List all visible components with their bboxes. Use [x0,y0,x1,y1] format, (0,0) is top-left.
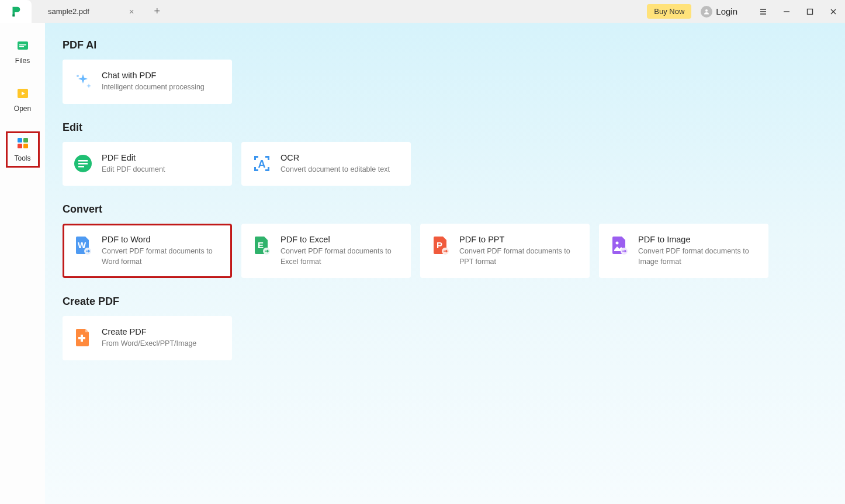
login-button[interactable]: Login [697,6,741,18]
sidebar-item-files[interactable]: Files [6,36,40,67]
section-title: Edit [63,121,827,134]
section-convert: Convert W PDF to Word Convert PDF format… [63,203,827,278]
svg-rect-14 [78,160,88,162]
svg-rect-9 [23,138,28,142]
avatar-icon [701,6,712,18]
svg-rect-11 [23,144,28,148]
pdf-edit-icon [72,153,93,174]
tab-sample2[interactable]: sample2.pdf × [32,0,145,23]
sidebar-item-open[interactable]: Open [6,84,40,115]
sidebar-label: Tools [14,154,30,162]
card-title: PDF Edit [102,153,165,162]
sidebar: Files Open Tools [0,23,45,504]
card-pdf-to-image[interactable]: PDF to Image Convert PDF format document… [599,224,768,278]
card-pdf-to-word[interactable]: W PDF to Word Convert PDF format documen… [63,224,232,278]
svg-point-12 [77,75,79,77]
card-title: PDF to Excel [280,235,401,244]
card-title: Create PDF [102,327,196,336]
sparkle-icon [72,71,93,92]
tools-icon [15,135,30,151]
excel-icon: E [251,235,272,256]
card-title: Chat with PDF [102,71,205,80]
section-title: PDF AI [63,39,827,51]
svg-point-24 [616,242,619,245]
titlebar-right: Buy Now Login [647,0,845,23]
window-controls [752,0,845,23]
close-button[interactable] [822,0,845,23]
ppt-icon: P [430,235,451,256]
svg-rect-4 [19,44,26,46]
tab-close-icon[interactable]: × [127,6,137,16]
svg-rect-8 [18,138,22,142]
tab-label: sample2.pdf [48,7,89,16]
card-title: OCR [280,153,390,162]
section-pdf-ai: PDF AI Chat with PDF Intelligent documen… [63,39,827,104]
svg-rect-10 [18,144,22,148]
svg-rect-16 [78,166,84,168]
card-desc: Convert PDF format documents to Image fo… [638,246,759,267]
buy-now-button[interactable]: Buy Now [647,4,691,19]
svg-rect-3 [18,41,28,50]
card-desc: Edit PDF document [102,165,165,175]
section-create-pdf: Create PDF Create PDF From Word/Execl/PP… [63,296,827,360]
svg-text:E: E [258,240,264,250]
svg-rect-2 [808,9,813,14]
card-pdf-edit[interactable]: PDF Edit Edit PDF document [63,142,232,186]
app-logo [0,0,32,23]
card-desc: Convert PDF format documents to Excel fo… [280,246,401,267]
sidebar-label: Files [15,57,30,65]
card-desc: Convert PDF format documents to Word for… [102,246,222,267]
create-pdf-icon [72,327,93,348]
svg-rect-5 [19,46,24,47]
card-title: PDF to PPT [459,235,580,244]
svg-rect-27 [78,337,85,339]
card-desc: Convert document to editable text [280,165,390,175]
card-ocr[interactable]: A OCR Convert document to editable text [241,142,411,186]
tab-add-button[interactable]: + [145,5,170,18]
section-edit: Edit PDF Edit Edit PDF document A [63,121,827,186]
card-create-pdf[interactable]: Create PDF From Word/Execl/PPT/Image [63,316,232,360]
svg-text:W: W [78,240,86,250]
card-title: PDF to Word [102,235,222,244]
svg-rect-15 [78,163,88,165]
main-content: PDF AI Chat with PDF Intelligent documen… [45,23,845,504]
section-title: Convert [63,203,827,215]
maximize-button[interactable] [798,0,822,23]
section-title: Create PDF [63,296,827,308]
svg-rect-0 [13,14,15,16]
minimize-button[interactable] [775,0,798,23]
card-title: PDF to Image [638,235,759,244]
card-pdf-to-excel[interactable]: E PDF to Excel Convert PDF format docume… [241,224,411,278]
login-label: Login [716,6,737,16]
files-icon [15,38,30,53]
ocr-icon: A [251,153,272,174]
svg-text:A: A [258,158,266,170]
svg-text:P: P [437,240,442,250]
titlebar: sample2.pdf × + Buy Now Login [0,0,845,23]
card-desc: Intelligent document processing [102,82,205,93]
word-icon: W [72,235,93,256]
card-pdf-to-ppt[interactable]: P PDF to PPT Convert PDF format document… [420,224,590,278]
open-icon [15,86,30,101]
svg-point-1 [705,9,708,12]
card-desc: Convert PDF format documents to PPT form… [459,246,580,267]
card-chat-with-pdf[interactable]: Chat with PDF Intelligent document proce… [63,60,232,104]
card-desc: From Word/Execl/PPT/Image [102,339,196,349]
sidebar-item-tools[interactable]: Tools [6,131,40,168]
image-icon [609,235,630,256]
sidebar-label: Open [14,105,31,113]
menu-button[interactable] [752,0,775,23]
